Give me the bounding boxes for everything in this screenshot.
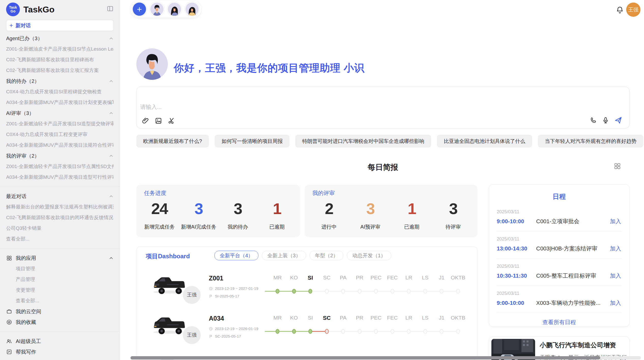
milestone-connector [409, 291, 425, 292]
stat-label: 我的待办 [218, 223, 257, 230]
session-avatar-2[interactable] [168, 3, 181, 16]
sidebar-task-item[interactable]: C0X4-动力总成开发项目工程变更评审 [6, 129, 114, 140]
stat-item: 24 新增完成任务 [140, 200, 179, 230]
sidebar-item-my-apps[interactable]: 我的应用 [6, 253, 114, 263]
session-avatar-1[interactable] [150, 3, 164, 16]
sidebar-app-item[interactable]: 项目管理 [6, 263, 114, 274]
chat-input[interactable] [137, 87, 629, 128]
dashboard-filter-pill[interactable]: 年型（2） [310, 251, 343, 260]
recent-chat-item[interactable]: C02-飞腾新能源轻客改款项目的闭环通告反馈情况 [6, 212, 114, 223]
sidebar-section-header-my-todo[interactable]: 我的待办（2） [6, 76, 114, 86]
sidebar-task-item[interactable]: Z001-全新燃油皮卡产品开发项目SI节点Lesson Learn报告 [6, 44, 114, 54]
greeting-text: 你好，王强，我是你的项目管理助理 小识 [174, 61, 364, 75]
milestone: SI [302, 268, 319, 299]
milestone-connector [360, 331, 376, 332]
recent-view-all[interactable]: 查看全部... [6, 234, 114, 244]
new-session-button[interactable]: + [133, 3, 146, 16]
chevron-up-icon [109, 194, 114, 199]
scissors-icon[interactable] [168, 117, 175, 125]
project-code[interactable]: Z001 [209, 275, 223, 282]
dashboard-filter-pill[interactable]: 全新上装（3） [262, 251, 306, 260]
attachment-icon[interactable] [142, 117, 149, 125]
dashboard-filter-pill[interactable]: 动总开发（1） [347, 251, 391, 260]
sidebar-section-header-ai-review[interactable]: AI评审（3） [6, 108, 114, 118]
project-owner-badge: 王强 [182, 325, 201, 345]
daily-briefing-title: 每日简报 [136, 162, 630, 173]
recent-chat-item[interactable]: 解释最新出台的欧盟报废车法规再生塑料比例被调至15%... [6, 202, 114, 212]
notification-bell-icon[interactable] [616, 6, 624, 14]
suggestion-chip[interactable]: 欧洲新规最近颁布了什么? [136, 135, 209, 147]
dashboard-filter-pill[interactable]: 全新平台（4） [214, 251, 258, 260]
section-title: Agent已办（3） [6, 35, 42, 42]
milestone: PR [352, 268, 368, 299]
sidebar-item-cloud-space[interactable]: 我的云空间 [6, 306, 114, 317]
new-chat-button[interactable]: + 新对话 [6, 20, 114, 31]
project-owner-badge: 王强 [182, 285, 201, 305]
suggestion-chips: 欧洲新规最近颁布了什么?如何写一份清晰的项目周报特朗普可能对进口汽车增税会对中国… [136, 135, 630, 147]
stat-item: 1 已逾期 [391, 200, 433, 230]
microphone-icon[interactable] [602, 116, 609, 124]
join-meeting-link[interactable]: 加入 [610, 272, 621, 280]
cloud-box-icon [6, 308, 12, 314]
send-icon[interactable] [614, 116, 623, 125]
apps-view-all[interactable]: 查看全部... [6, 295, 114, 306]
milestone: SC [319, 268, 335, 299]
milestone-connector [442, 291, 458, 292]
join-meeting-link[interactable]: 加入 [610, 245, 621, 252]
recent-chat-item[interactable]: 公司Q3轻卡销量 [6, 223, 114, 234]
sidebar-task-item[interactable]: Z001-全新燃油轻卡产品开发项目SI造型提交物评审 [6, 118, 114, 129]
stat-label: 新增AI完成任务 [179, 223, 218, 230]
sidebar-section-header-recent[interactable]: 最近对话 [6, 191, 114, 202]
milestone-connector [327, 291, 343, 292]
user-avatar[interactable]: 王强 [626, 3, 640, 17]
sidebar-app-item[interactable]: 变更管理 [6, 285, 114, 295]
milestone-track: MR KO SI [265, 309, 471, 342]
stat-label: 已逾期 [391, 223, 433, 230]
sidebar-section-header-my-review[interactable]: 我的评审（2） [6, 151, 114, 161]
stat-value: 3 [432, 200, 474, 218]
apps-grid-icon [6, 255, 12, 261]
sidebar-section-header-agent-done[interactable]: Agent已办（3） [6, 33, 114, 44]
milestone: PEC [368, 309, 384, 339]
milestone-connector [425, 331, 442, 332]
milestone: MR [269, 309, 286, 339]
milestone-dot [374, 329, 378, 334]
sidebar-task-item[interactable]: C02-飞腾新能源轻客改款项目立项汇报方案 [6, 65, 114, 76]
sidebar-item-creative-drawing[interactable]: 创意制图 [6, 357, 114, 360]
milestone-dot [341, 329, 345, 334]
collapse-sidebar-icon[interactable] [107, 5, 114, 12]
sidebar-task-item[interactable]: C02-飞腾新能源轻客改款项目里程碑画布 [6, 54, 114, 65]
sidebar-task-item[interactable]: Z001-全新燃油轻卡产品开发项目SI节点属性5D文件评审 [6, 161, 114, 172]
join-meeting-link[interactable]: 加入 [610, 218, 621, 225]
phone-call-icon[interactable] [590, 116, 597, 124]
horizontal-scrollbar-thumb[interactable] [130, 356, 600, 359]
sidebar-task-item[interactable]: A034-全新新能源MUV产品开发项目法规符合性评审 [6, 140, 114, 151]
project-code[interactable]: A034 [209, 315, 224, 322]
section-title: AI评审（3） [6, 110, 34, 117]
sidebar-task-item[interactable]: A034-全新新能源MUV产品开发项目计划变更表编写 [6, 97, 114, 108]
session-avatar-3[interactable] [185, 3, 199, 16]
milestone-dot [309, 329, 312, 334]
schedule-item: 2025/03/11 9:00-10:00 X003-车辆动力学性能验... 加… [489, 286, 629, 313]
sidebar-task-item[interactable]: A034-全新新能源MUV产品开发项目造型可行性评审 [6, 172, 114, 183]
sidebar-item-ai-super-staff[interactable]: AI超级员工 [6, 336, 114, 347]
suggestion-chip[interactable]: 当下年轻人对汽车外观有怎样的喜好趋势 [538, 135, 643, 147]
join-meeting-link[interactable]: 加入 [610, 299, 621, 307]
menu-label: 我的云空间 [16, 308, 41, 315]
stat-value: 3 [179, 200, 218, 218]
image-upload-icon[interactable] [155, 117, 162, 125]
milestone-dot [292, 289, 296, 294]
briefing-layout-icon[interactable] [613, 162, 621, 170]
milestone-dot [440, 289, 444, 294]
sidebar-app-item[interactable]: 产品管理 [6, 274, 114, 285]
stat-label: 已逾期 [257, 223, 297, 230]
sidebar-task-item[interactable]: C0X4-动力总成开发项目SI里程碑提交物检查 [6, 86, 114, 97]
milestone: LR [401, 309, 417, 339]
sidebar-item-help-me-write[interactable]: 帮我写作 [6, 347, 114, 357]
suggestion-chip[interactable]: 比亚迪全固态电池计划具体说了什么 [437, 135, 532, 147]
suggestion-chip[interactable]: 特朗普可能对进口汽车增税会对中国车企造成哪些影响 [295, 135, 431, 147]
sidebar-item-favorites[interactable]: 我的收藏 [6, 317, 114, 327]
view-all-schedule-link[interactable]: 查看所有日程 [489, 319, 629, 326]
suggestion-chip[interactable]: 如何写一份清晰的项目周报 [215, 135, 289, 147]
menu-label: 我的收藏 [16, 319, 36, 326]
